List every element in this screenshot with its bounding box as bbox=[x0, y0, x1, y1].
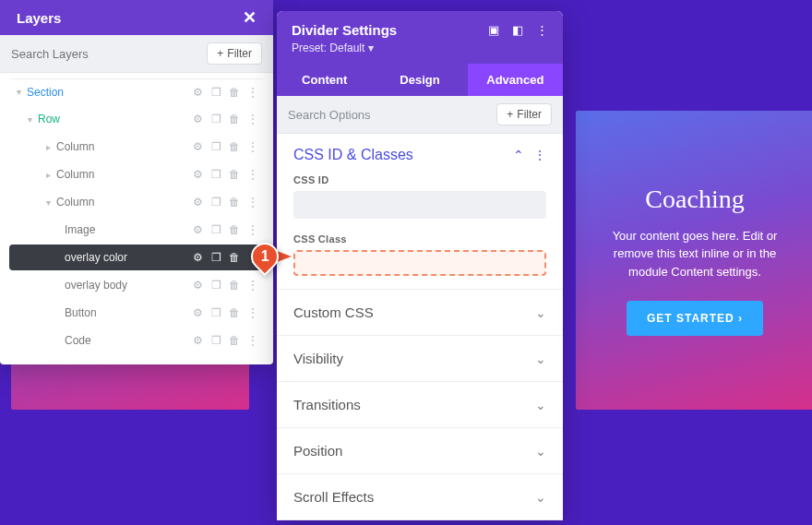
layout-icon[interactable]: ◧ bbox=[512, 23, 523, 37]
trash-icon[interactable]: 🗑 bbox=[229, 334, 240, 347]
gear-icon[interactable]: ⚙ bbox=[192, 306, 203, 319]
layer-column[interactable]: ▾Column ⚙❐🗑⋮ bbox=[9, 189, 264, 215]
section-transitions[interactable]: Transitions⌄ bbox=[277, 382, 563, 428]
gear-icon[interactable]: ⚙ bbox=[192, 113, 203, 125]
layers-search-input[interactable] bbox=[11, 47, 207, 61]
plus-icon: + bbox=[507, 108, 513, 121]
layer-overlay-body[interactable]: overlay body ⚙❐🗑⋮ bbox=[9, 272, 264, 298]
gear-icon[interactable]: ⚙ bbox=[192, 279, 203, 292]
trash-icon[interactable]: 🗑 bbox=[229, 168, 240, 181]
section-title: CSS ID & Classes bbox=[293, 147, 413, 163]
chevron-down-icon: ▾ bbox=[28, 114, 32, 125]
chevron-down-icon: ⌄ bbox=[535, 305, 546, 320]
card-body: Your content goes here. Edit or remove t… bbox=[594, 227, 795, 281]
css-class-input[interactable] bbox=[293, 250, 546, 276]
more-icon[interactable]: ⋮ bbox=[247, 168, 258, 181]
preset-selector[interactable]: Preset: Default ▾ bbox=[292, 42, 548, 54]
trash-icon[interactable]: 🗑 bbox=[229, 279, 240, 292]
trash-icon[interactable]: 🗑 bbox=[229, 113, 240, 125]
trash-icon[interactable]: 🗑 bbox=[229, 223, 240, 236]
gear-icon[interactable]: ⚙ bbox=[192, 86, 203, 99]
css-id-classes-section: CSS ID & Classes ⌃ ⋮ CSS ID CSS Class bbox=[277, 134, 563, 290]
chevron-down-icon: ⌄ bbox=[535, 444, 546, 459]
layer-row[interactable]: ▾Row ⚙❐🗑⋮ bbox=[9, 106, 264, 132]
focus-icon[interactable]: ▣ bbox=[488, 23, 499, 37]
section-visibility[interactable]: Visibility⌄ bbox=[277, 336, 563, 382]
get-started-button[interactable]: GET STARTED › bbox=[627, 301, 763, 336]
search-options-input[interactable]: Search Options bbox=[288, 108, 371, 122]
gear-icon[interactable]: ⚙ bbox=[192, 251, 203, 264]
duplicate-icon[interactable]: ❐ bbox=[210, 86, 221, 99]
more-icon[interactable]: ⋮ bbox=[247, 140, 258, 153]
tab-content[interactable]: Content bbox=[277, 64, 372, 96]
trash-icon[interactable]: 🗑 bbox=[229, 140, 240, 153]
layers-tree: ▾Section ⚙❐🗑⋮ ▾Row ⚙❐🗑⋮ ▸Column ⚙❐🗑⋮ ▸Co… bbox=[0, 73, 273, 364]
more-icon[interactable]: ⋮ bbox=[533, 148, 546, 162]
gear-icon[interactable]: ⚙ bbox=[192, 223, 203, 236]
trash-icon[interactable]: 🗑 bbox=[229, 196, 240, 209]
settings-header: Divider Settings ▣ ◧ ⋮ Preset: Default ▾ bbox=[277, 11, 563, 64]
layers-search-row: + Filter bbox=[0, 35, 273, 73]
preview-card-right: Coaching Your content goes here. Edit or… bbox=[576, 111, 812, 410]
more-icon[interactable]: ⋮ bbox=[247, 279, 258, 292]
layers-title: Layers bbox=[17, 10, 61, 26]
layer-overlay-color[interactable]: overlay color ⚙❐🗑⋮ bbox=[9, 245, 264, 270]
tab-advanced[interactable]: Advanced bbox=[468, 64, 563, 96]
chevron-right-icon: ▸ bbox=[46, 170, 51, 180]
more-icon[interactable]: ⋮ bbox=[247, 196, 258, 209]
gear-icon[interactable]: ⚙ bbox=[192, 334, 203, 347]
layer-column[interactable]: ▸Column ⚙❐🗑⋮ bbox=[9, 134, 264, 160]
trash-icon[interactable]: 🗑 bbox=[229, 86, 240, 99]
gear-icon[interactable]: ⚙ bbox=[192, 168, 203, 181]
settings-title: Divider Settings bbox=[292, 22, 397, 38]
section-position[interactable]: Position⌄ bbox=[277, 428, 563, 474]
trash-icon[interactable]: 🗑 bbox=[229, 251, 240, 264]
step-marker: 1 bbox=[251, 243, 292, 270]
duplicate-icon[interactable]: ❐ bbox=[210, 113, 221, 125]
duplicate-icon[interactable]: ❐ bbox=[210, 196, 221, 209]
chevron-down-icon: ▾ bbox=[17, 87, 21, 97]
css-id-input[interactable] bbox=[293, 191, 546, 219]
layers-header: Layers ✕ bbox=[0, 0, 273, 35]
gear-icon[interactable]: ⚙ bbox=[192, 140, 203, 153]
layer-image[interactable]: Image ⚙❐🗑⋮ bbox=[9, 217, 264, 243]
duplicate-icon[interactable]: ❐ bbox=[210, 223, 221, 236]
filter-button[interactable]: + Filter bbox=[207, 42, 262, 65]
more-icon[interactable]: ⋮ bbox=[247, 334, 258, 347]
chevron-up-icon[interactable]: ⌃ bbox=[513, 148, 524, 162]
close-icon[interactable]: ✕ bbox=[243, 9, 257, 26]
settings-tabs: Content Design Advanced bbox=[277, 64, 563, 96]
settings-panel: Divider Settings ▣ ◧ ⋮ Preset: Default ▾… bbox=[277, 11, 563, 520]
chevron-down-icon: ⌄ bbox=[535, 490, 546, 505]
css-id-label: CSS ID bbox=[293, 174, 546, 185]
section-custom-css[interactable]: Custom CSS⌄ bbox=[277, 290, 563, 336]
layer-column[interactable]: ▸Column ⚙❐🗑⋮ bbox=[9, 161, 264, 187]
layer-code[interactable]: Code ⚙❐🗑⋮ bbox=[9, 328, 264, 353]
plus-icon: + bbox=[217, 47, 223, 60]
more-icon[interactable]: ⋮ bbox=[247, 86, 258, 99]
more-icon[interactable]: ⋮ bbox=[247, 306, 258, 319]
layer-section[interactable]: ▾Section ⚙❐🗑⋮ bbox=[9, 78, 264, 104]
more-icon[interactable]: ⋮ bbox=[247, 113, 258, 125]
duplicate-icon[interactable]: ❐ bbox=[210, 251, 221, 264]
duplicate-icon[interactable]: ❐ bbox=[210, 279, 221, 292]
duplicate-icon[interactable]: ❐ bbox=[210, 140, 221, 153]
search-options-row: Search Options + Filter bbox=[277, 96, 563, 134]
chevron-right-icon: ▸ bbox=[46, 142, 51, 152]
filter-button[interactable]: + Filter bbox=[496, 103, 552, 125]
gear-icon[interactable]: ⚙ bbox=[192, 196, 203, 209]
duplicate-icon[interactable]: ❐ bbox=[210, 306, 221, 319]
duplicate-icon[interactable]: ❐ bbox=[210, 334, 221, 347]
chevron-down-icon: ⌄ bbox=[535, 352, 546, 366]
chevron-down-icon: ▾ bbox=[46, 197, 51, 208]
trash-icon[interactable]: 🗑 bbox=[229, 306, 240, 319]
layer-button[interactable]: Button ⚙❐🗑⋮ bbox=[9, 300, 264, 326]
more-icon[interactable]: ⋮ bbox=[536, 23, 548, 37]
layers-panel: Layers ✕ + Filter ▾Section ⚙❐🗑⋮ ▾Row ⚙❐🗑… bbox=[0, 0, 273, 364]
chevron-down-icon: ⌄ bbox=[535, 398, 546, 412]
section-scroll-effects[interactable]: Scroll Effects⌄ bbox=[277, 474, 563, 520]
css-class-label: CSS Class bbox=[293, 233, 546, 245]
tab-design[interactable]: Design bbox=[372, 64, 467, 96]
more-icon[interactable]: ⋮ bbox=[247, 223, 258, 236]
duplicate-icon[interactable]: ❐ bbox=[210, 168, 221, 181]
